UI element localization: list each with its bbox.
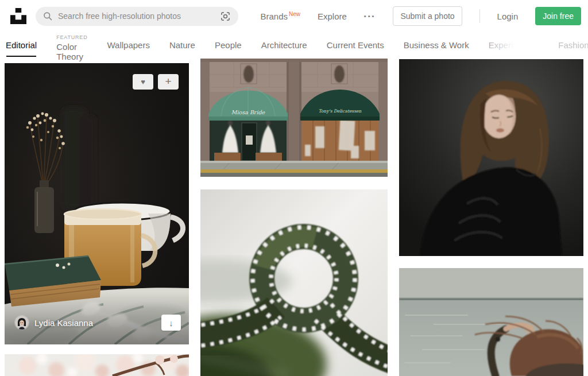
search-input[interactable] xyxy=(58,11,220,21)
sign-miosa-bride: Miosa Bride xyxy=(231,109,266,115)
photo-storefront-awnings[interactable]: Miosa Bride Tony's Delicatessen xyxy=(200,59,388,177)
avatar-illustration xyxy=(15,316,29,330)
blossom-photo-image xyxy=(5,354,189,376)
photo-film-strip[interactable] xyxy=(200,189,388,376)
tab-current-events[interactable]: Current Events xyxy=(327,40,384,50)
join-free-button[interactable]: Join free xyxy=(535,7,581,25)
search-bar xyxy=(36,7,238,26)
tab-people[interactable]: People xyxy=(215,40,242,50)
search-icon xyxy=(43,11,53,21)
author-name[interactable]: Lydia Kasianna xyxy=(34,318,93,328)
header: BrandsNew Explore ••• Submit a photo Log… xyxy=(0,0,588,32)
photo-hover-actions: ♥ + xyxy=(133,74,179,90)
tab-fashion[interactable]: Fashion xyxy=(558,40,588,50)
photo-caption: Lydia Kasianna ↓ xyxy=(15,315,181,331)
download-button[interactable]: ↓ xyxy=(161,315,181,331)
like-button[interactable]: ♥ xyxy=(133,74,153,90)
unsplash-page: BrandsNew Explore ••• Submit a photo Log… xyxy=(0,0,588,376)
heart-icon: ♥ xyxy=(141,78,145,86)
sign-tonys-delicatessen: Tony's Delicatessen xyxy=(319,108,362,114)
more-menu-icon[interactable]: ••• xyxy=(364,13,376,20)
tab-featured-color-theory[interactable]: FEATURED Color Theory xyxy=(56,34,87,61)
download-icon: ↓ xyxy=(169,318,173,328)
tab-editorial[interactable]: Editorial xyxy=(6,40,37,50)
new-badge: New xyxy=(289,11,300,17)
tab-wallpapers[interactable]: Wallpapers xyxy=(107,40,149,50)
film-photo-image xyxy=(200,189,388,376)
tab-film-partial: Film xyxy=(527,40,543,50)
tab-nature[interactable]: Nature xyxy=(169,40,195,50)
portrait-photo-image xyxy=(399,59,583,256)
category-nav: Editorial FEATURED Color Theory Wallpape… xyxy=(0,32,588,57)
add-to-collection-button[interactable]: + xyxy=(158,74,179,90)
plus-icon: + xyxy=(165,76,171,87)
header-nav: BrandsNew Explore ••• Submit a photo Log… xyxy=(260,6,581,26)
author-avatar[interactable] xyxy=(15,316,29,330)
category-list: Wallpapers Nature People Architecture Cu… xyxy=(107,40,588,50)
submit-photo-button[interactable]: Submit a photo xyxy=(393,6,462,26)
login-link[interactable]: Login xyxy=(497,11,519,21)
header-divider xyxy=(479,9,480,23)
photo-cherry-blossom[interactable] xyxy=(5,354,189,376)
photo-coffee-still-life[interactable]: ♥ + Lydia xyxy=(5,63,189,344)
coffee-photo-image xyxy=(5,63,189,344)
featured-item-label: Color Theory xyxy=(56,42,87,61)
brands-link[interactable]: BrandsNew xyxy=(260,11,300,21)
featured-label: FEATURED xyxy=(56,34,87,40)
unsplash-logo-icon[interactable] xyxy=(10,8,26,24)
tab-business-work[interactable]: Business & Work xyxy=(404,40,469,50)
explore-link[interactable]: Explore xyxy=(318,11,347,21)
sea-photo-image xyxy=(399,268,583,376)
tab-architecture[interactable]: Architecture xyxy=(261,40,307,50)
photo-portrait-woman[interactable] xyxy=(399,59,583,256)
visual-search-icon[interactable] xyxy=(220,11,231,22)
storefront-photo-image: Miosa Bride Tony's Delicatessen xyxy=(200,59,388,177)
photo-woman-by-sea[interactable] xyxy=(399,268,583,376)
